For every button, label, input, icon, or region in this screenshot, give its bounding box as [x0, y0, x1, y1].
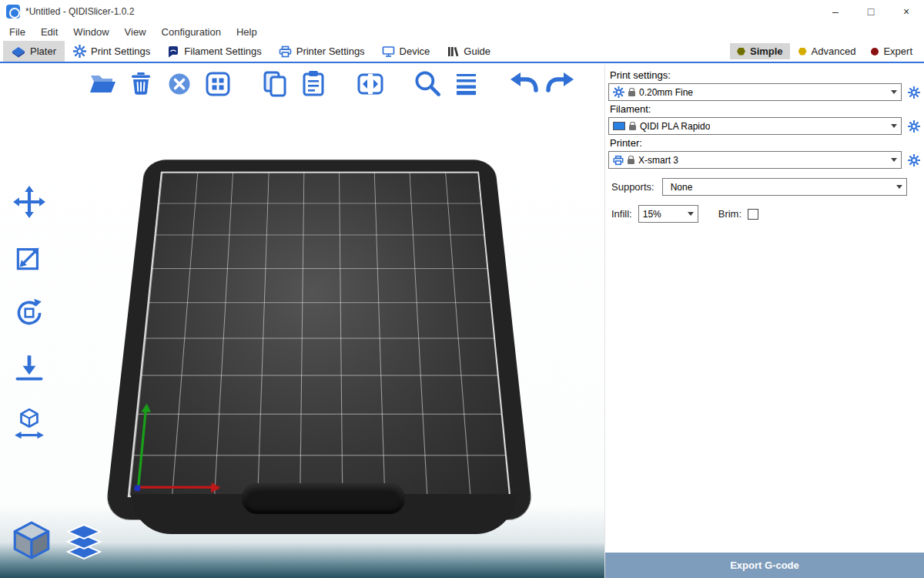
variable-layer-height-button[interactable] [450, 68, 482, 100]
bed-grid-surface [128, 172, 511, 497]
tab-label: Filament Settings [184, 45, 261, 57]
tab-label: Print Settings [91, 45, 150, 57]
print-settings-select[interactable]: 0.20mm Fine [608, 83, 902, 101]
printer-value: X-smart 3 [638, 155, 678, 166]
guide-icon [447, 45, 459, 58]
delete-all-button[interactable] [163, 68, 196, 100]
tab-label: Device [400, 45, 430, 57]
measure-button[interactable] [9, 404, 49, 444]
redo-button[interactable] [545, 68, 578, 100]
copy-icon [259, 69, 290, 99]
arrange-button[interactable] [202, 68, 234, 100]
window-controls: – □ × [818, 0, 924, 23]
supports-label: Supports: [611, 181, 654, 193]
3d-editor-view-button[interactable] [9, 518, 54, 566]
close-button[interactable]: × [889, 0, 924, 23]
menu-file[interactable]: File [2, 25, 33, 39]
chevron-down-icon [891, 90, 897, 94]
settings-sidebar: Print settings: 0.20mm Fine [604, 65, 924, 578]
menu-configuration[interactable]: Configuration [154, 25, 229, 39]
view-controls [9, 518, 105, 566]
lock-icon [628, 159, 634, 164]
mode-simple[interactable]: Simple [730, 43, 790, 59]
gear-icon [908, 120, 920, 133]
gear-icon [908, 86, 920, 99]
menu-edit[interactable]: Edit [33, 25, 65, 39]
tab-filament-settings[interactable]: Filament Settings [159, 41, 270, 62]
window-title: *Untitled - QIDISlicer-1.0.2 [25, 6, 134, 17]
object-toolbar [9, 182, 49, 444]
expert-mode-icon [871, 48, 879, 55]
menu-help[interactable]: Help [229, 25, 265, 39]
printer-icon [613, 155, 624, 166]
move-button[interactable] [9, 182, 49, 222]
gear-icon [613, 86, 624, 98]
search-icon [411, 68, 444, 100]
rotate-button[interactable] [9, 293, 49, 333]
tab-label: Plater [30, 45, 56, 57]
split-objects-icon [355, 69, 386, 99]
delete-all-icon [164, 69, 195, 99]
redo-icon [545, 68, 578, 100]
undo-icon [507, 68, 539, 100]
brim-checkbox[interactable] [748, 209, 758, 220]
tabbar: Plater Print Settings Filament Settings [0, 41, 924, 63]
mode-label: Advanced [812, 45, 856, 57]
paste-icon [298, 69, 329, 99]
mode-selector: Simple Advanced Expert [730, 41, 924, 62]
infill-select[interactable]: 15% [638, 205, 698, 223]
advanced-mode-icon [798, 48, 807, 55]
paste-button[interactable] [297, 68, 330, 100]
tab-print-settings[interactable]: Print Settings [65, 41, 159, 62]
tab-device[interactable]: Device [373, 41, 439, 62]
filament-select[interactable]: QIDI PLA Rapido [608, 117, 902, 135]
mode-advanced[interactable]: Advanced [792, 43, 863, 59]
filament-gear-button[interactable] [907, 119, 921, 133]
mode-expert[interactable]: Expert [864, 43, 919, 59]
plater-toolbar [86, 68, 578, 100]
printer-gear-button[interactable] [907, 153, 921, 167]
print-bed [108, 123, 539, 570]
layers-preview-icon [63, 521, 105, 563]
lock-icon [629, 125, 636, 130]
maximize-button[interactable]: □ [853, 0, 889, 23]
supports-select[interactable]: None [662, 178, 907, 196]
menu-view[interactable]: View [117, 25, 154, 39]
layers-preview-button[interactable] [63, 521, 105, 566]
3d-viewport[interactable] [0, 65, 604, 578]
mode-label: Simple [750, 45, 783, 57]
app-window: *Untitled - QIDISlicer-1.0.2 – □ × File … [0, 0, 924, 578]
delete-button[interactable] [125, 68, 157, 100]
menu-window[interactable]: Window [65, 25, 116, 39]
copy-button[interactable] [259, 68, 291, 100]
simple-mode-icon [737, 48, 745, 55]
filament-icon [167, 45, 179, 58]
place-on-face-button[interactable] [9, 348, 49, 388]
minimize-button[interactable]: – [818, 0, 853, 23]
open-file-button[interactable] [86, 68, 119, 100]
tab-guide[interactable]: Guide [438, 41, 499, 62]
scale-button[interactable] [9, 237, 49, 277]
printer-select[interactable]: X-smart 3 [608, 151, 902, 169]
print-settings-gear-button[interactable] [907, 86, 921, 99]
split-objects-button[interactable] [354, 68, 387, 100]
gear-icon [908, 154, 920, 166]
tab-printer-settings[interactable]: Printer Settings [270, 41, 373, 62]
gear-icon [73, 45, 86, 58]
tab-plater[interactable]: Plater [3, 41, 65, 62]
z-axis-indicator [134, 486, 140, 492]
undo-button[interactable] [507, 68, 539, 100]
arrange-icon [203, 69, 233, 99]
search-button[interactable] [411, 68, 444, 100]
infill-label: Infill: [611, 208, 632, 220]
brim-label: Brim: [718, 208, 742, 220]
move-icon [12, 184, 47, 220]
y-axis-indicator [137, 407, 148, 489]
bed-handle [242, 483, 405, 514]
delete-icon [126, 69, 156, 99]
device-icon [382, 45, 395, 58]
chevron-down-icon [688, 212, 694, 216]
plater-icon [12, 45, 25, 58]
export-gcode-button[interactable]: Export G-code [605, 553, 924, 578]
menubar: File Edit Window View Configuration Help [0, 23, 924, 41]
